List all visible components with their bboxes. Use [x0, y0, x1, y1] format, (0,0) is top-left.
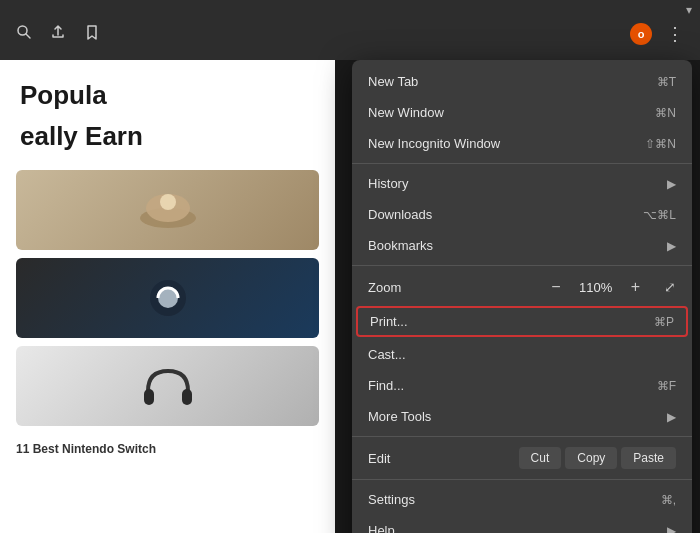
zoom-value: 110%	[577, 280, 615, 295]
menu-item-incognito[interactable]: New Incognito Window ⇧⌘N	[352, 128, 692, 159]
find-shortcut: ⌘F	[657, 379, 676, 393]
browser-toolbar: ▾ o ⋮	[0, 0, 700, 60]
copy-button[interactable]: Copy	[565, 447, 617, 469]
menu-item-print[interactable]: Print... ⌘P	[356, 306, 688, 337]
divider-3	[352, 436, 692, 437]
avatar[interactable]: o	[630, 23, 652, 45]
bookmark-icon[interactable]	[80, 20, 104, 48]
image-steam	[16, 258, 319, 338]
divider-4	[352, 479, 692, 480]
find-label: Find...	[368, 378, 649, 393]
zoom-row: Zoom − 110% + ⤢	[352, 270, 692, 304]
svg-line-1	[26, 34, 30, 38]
image-headset	[16, 346, 319, 426]
more-tools-label: More Tools	[368, 409, 659, 424]
print-shortcut: ⌘P	[654, 315, 674, 329]
page-subheading: eally Earn	[0, 121, 335, 162]
new-window-label: New Window	[368, 105, 647, 120]
chevron-down-icon: ▾	[686, 3, 692, 17]
page-images	[0, 162, 335, 434]
edit-row: Edit Cut Copy Paste	[352, 441, 692, 475]
help-arrow-icon: ▶	[667, 524, 676, 534]
cut-button[interactable]: Cut	[519, 447, 562, 469]
help-label: Help	[368, 523, 659, 533]
menu-item-new-window[interactable]: New Window ⌘N	[352, 97, 692, 128]
page-bottom-text: 11 Best Nintendo Switch	[0, 434, 335, 464]
tab-bar: ▾	[686, 0, 700, 20]
page-heading: Popula	[0, 60, 335, 121]
image-top	[16, 170, 319, 250]
new-tab-label: New Tab	[368, 74, 649, 89]
toolbar: o ⋮	[12, 19, 688, 49]
history-arrow-icon: ▶	[667, 177, 676, 191]
svg-rect-7	[144, 389, 154, 405]
paste-button[interactable]: Paste	[621, 447, 676, 469]
menu-item-downloads[interactable]: Downloads ⌥⌘L	[352, 199, 692, 230]
page-subtitle: eally Earn	[20, 121, 315, 152]
settings-label: Settings	[368, 492, 653, 507]
page-content: Popula eally Earn	[0, 60, 335, 533]
menu-item-settings[interactable]: Settings ⌘,	[352, 484, 692, 515]
menu-item-cast[interactable]: Cast...	[352, 339, 692, 370]
menu-item-find[interactable]: Find... ⌘F	[352, 370, 692, 401]
incognito-label: New Incognito Window	[368, 136, 637, 151]
history-label: History	[368, 176, 659, 191]
menu-item-help[interactable]: Help ▶	[352, 515, 692, 533]
menu-item-history[interactable]: History ▶	[352, 168, 692, 199]
downloads-shortcut: ⌥⌘L	[643, 208, 676, 222]
cast-label: Cast...	[368, 347, 676, 362]
svg-point-4	[160, 194, 176, 210]
edit-label: Edit	[368, 451, 428, 466]
zoom-controls: − 110% + ⤢	[545, 276, 676, 298]
new-window-shortcut: ⌘N	[655, 106, 676, 120]
more-options-icon[interactable]: ⋮	[662, 19, 688, 49]
settings-shortcut: ⌘,	[661, 493, 676, 507]
fullscreen-icon[interactable]: ⤢	[664, 279, 676, 295]
divider-2	[352, 265, 692, 266]
zoom-in-button[interactable]: +	[625, 276, 646, 298]
new-tab-shortcut: ⌘T	[657, 75, 676, 89]
share-icon[interactable]	[46, 20, 70, 48]
downloads-label: Downloads	[368, 207, 635, 222]
menu-item-new-tab[interactable]: New Tab ⌘T	[352, 66, 692, 97]
zoom-out-button[interactable]: −	[545, 276, 566, 298]
menu-item-bookmarks[interactable]: Bookmarks ▶	[352, 230, 692, 261]
bookmarks-label: Bookmarks	[368, 238, 659, 253]
edit-buttons: Cut Copy Paste	[519, 447, 676, 469]
zoom-label: Zoom	[368, 280, 545, 295]
page-title: Popula	[20, 80, 315, 111]
bookmarks-arrow-icon: ▶	[667, 239, 676, 253]
menu-item-more-tools[interactable]: More Tools ▶	[352, 401, 692, 432]
incognito-shortcut: ⇧⌘N	[645, 137, 676, 151]
print-label: Print...	[370, 314, 646, 329]
svg-rect-8	[182, 389, 192, 405]
more-tools-arrow-icon: ▶	[667, 410, 676, 424]
search-icon[interactable]	[12, 20, 36, 48]
dropdown-menu: New Tab ⌘T New Window ⌘N New Incognito W…	[352, 60, 692, 533]
divider-1	[352, 163, 692, 164]
